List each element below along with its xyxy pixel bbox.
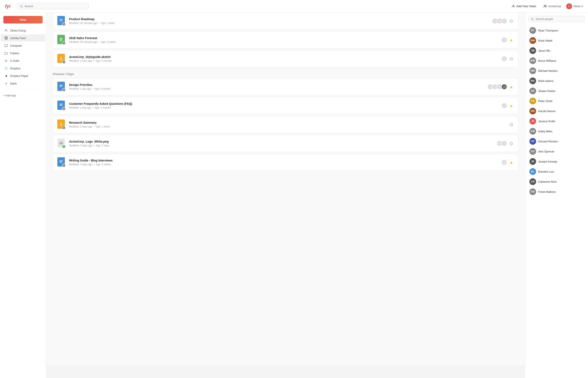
doc-card-faq[interactable]: O Customer Frequently Asked Questions (F… xyxy=(53,97,518,114)
doc-card-styleguide[interactable]: O AcmeCorp_Styleguide.sketch Modified: 1… xyxy=(53,50,518,68)
sidebar-item-activity-feed[interactable]: Activity Feed ··· xyxy=(1,34,45,41)
section-prev7-label: Previous 7 Days xyxy=(53,72,518,76)
person-item-bruce-williams[interactable]: BW Bruce Williams xyxy=(529,56,585,66)
person-item-ryan-thompson[interactable]: RT Ryan Thompson xyxy=(529,26,585,36)
user-icon xyxy=(4,28,8,32)
computer-icon xyxy=(4,44,8,47)
person-item-michael-newton[interactable]: MN Michael Newton xyxy=(529,66,585,76)
activity-feed-icon xyxy=(4,36,8,40)
person-item-jason-wu[interactable]: JW Jason Wu xyxy=(529,46,585,56)
sidebar-item-folders[interactable]: Folders xyxy=(1,50,45,57)
sidebar-item-slack[interactable]: # Slack xyxy=(1,80,45,87)
person-avatar: JS xyxy=(529,118,536,124)
dropdown-icon: ▾ xyxy=(581,5,583,8)
slack-icon: # xyxy=(4,81,8,85)
doc-info-design-priorities: Design Priorities Modified: 1 day ago • … xyxy=(69,83,484,90)
avatar: J xyxy=(501,103,507,108)
doc-card-product-roadmap[interactable]: O Product Roadmap Modified: 24 minutes a… xyxy=(53,12,518,30)
dropbox-service-icon: ⬡ xyxy=(509,56,514,61)
person-item-rose-wade[interactable]: RW Rose Wade xyxy=(529,36,585,46)
sidebar-item-user[interactable]: Olivia Chung xyxy=(1,27,45,34)
person-avatar: GV xyxy=(529,138,536,145)
svg-point-42 xyxy=(60,142,61,143)
doc-icon-design-priorities: O xyxy=(57,82,66,92)
person-item-giovani-romero[interactable]: GV Giovani Romero xyxy=(529,136,585,146)
person-item-alex-spencer[interactable]: AS Alex Spencer xyxy=(529,146,585,156)
person-avatar: RT xyxy=(529,27,536,34)
doc-icon-logo-white: G xyxy=(57,138,66,148)
doc-icon-sales-forecast: O xyxy=(57,35,66,45)
svg-point-6 xyxy=(545,5,547,6)
person-name: Harold Nelson xyxy=(538,110,555,113)
doc-card-sales-forecast[interactable]: O 2018 Sales Forecast Modified: 40 minut… xyxy=(53,31,518,49)
svg-point-2 xyxy=(513,5,514,6)
person-avatar: JW xyxy=(529,47,536,54)
person-item-shawn-parker[interactable]: SP Shawn Parker xyxy=(529,86,585,96)
person-item-joseph-kenedy[interactable]: JK Joseph Kenedy xyxy=(529,156,585,166)
sidebar-gsuite-label: G Suite xyxy=(10,59,19,62)
sidebar-item-computer[interactable]: Computer xyxy=(1,42,45,49)
doc-title: Writing Guide - Blog Interviews xyxy=(69,159,498,162)
doc-right: R ▲ xyxy=(501,37,514,43)
doc-meta: Modified: 4 days ago • Age: 3 weeks xyxy=(69,163,498,166)
doc-meta: Modified: 2 days ago • Age: 2 days xyxy=(69,144,493,147)
person-name: Ryan Thompson xyxy=(538,29,558,32)
person-avatar: FM xyxy=(529,188,536,195)
person-item-brandon-lee[interactable]: BL Brandon Lee xyxy=(529,166,585,177)
user-avatar: O xyxy=(566,3,572,9)
avatar-stack: R xyxy=(501,37,507,43)
global-search-input[interactable] xyxy=(25,5,86,8)
person-item-jessica-smith[interactable]: JS Jessica Smith xyxy=(529,116,585,126)
doc-title: AcmeCorp_Styleguide.sketch xyxy=(69,55,498,59)
add-app-button[interactable]: + Add App xyxy=(0,92,46,99)
add-team-label: Add Your Team xyxy=(516,5,536,8)
doc-info-writing-guide: Writing Guide - Blog Interviews Modified… xyxy=(69,159,498,166)
avatar: J xyxy=(501,140,507,146)
global-search-bar[interactable] xyxy=(17,3,89,9)
person-avatar: JK xyxy=(529,158,536,165)
doc-meta: Modified: 1 day ago • Age: 3 months xyxy=(69,106,498,109)
user-menu[interactable]: O Olivia ▾ xyxy=(566,3,583,9)
svg-point-27 xyxy=(60,59,62,60)
dropbox-service-icon: ⬡ xyxy=(509,122,514,127)
org-name-label: AcmeCorp xyxy=(548,5,561,8)
avatar-stack: M xyxy=(501,56,507,62)
dropbox-service-icon: ⬡ xyxy=(509,18,514,24)
doc-title: Design Priorities xyxy=(69,83,484,86)
sidebar-item-gsuite[interactable]: G G Suite xyxy=(1,57,45,64)
header: fyi Add Your Team AcmeCorp O Olivia ▾ xyxy=(0,0,588,13)
avatar-stack: S J B +3 xyxy=(487,84,507,90)
avatar: C xyxy=(501,18,507,24)
person-avatar: HN xyxy=(529,108,536,114)
person-name: Giovani Romero xyxy=(538,140,558,143)
gdrive-service-icon: ▲ xyxy=(509,160,514,165)
add-team-button[interactable]: Add Your Team xyxy=(510,3,538,9)
person-item-mark-adams[interactable]: MA Mark Adams xyxy=(529,76,585,86)
person-item-kathy-miles[interactable]: KM Kathy Miles xyxy=(529,126,585,136)
sidebar-item-dropbox[interactable]: ⬡ Dropbox xyxy=(1,65,45,72)
doc-meta: Modified: 40 minutes ago • Age: 2 weeks xyxy=(69,40,498,43)
org-name[interactable]: AcmeCorp xyxy=(543,5,561,8)
doc-card-logo-white[interactable]: G AcmeCorp_Logo_White.png Modified: 2 da… xyxy=(53,135,518,152)
doc-card-research-summary[interactable]: O Research Summary Modified: 2 days ago … xyxy=(53,116,518,133)
doc-card-design-priorities[interactable]: O Design Priorities Modified: 1 day ago … xyxy=(53,78,518,95)
person-item-catherine-rust[interactable]: CR Catherine Rust xyxy=(529,177,585,187)
new-button[interactable]: New xyxy=(3,16,43,24)
person-name: Jason Wu xyxy=(538,49,550,52)
person-item-frank-mallone[interactable]: FM Frank Mallone xyxy=(529,187,585,197)
people-search-bar[interactable] xyxy=(529,16,585,22)
svg-point-5 xyxy=(544,5,545,6)
sidebar-item-dropbox-paper[interactable]: ◆ Dropbox Paper xyxy=(1,72,45,79)
person-avatar: AS xyxy=(529,148,536,155)
doc-right: M ⬡ xyxy=(501,56,514,62)
doc-meta: Modified: 1 hour ago • Age: 4 months xyxy=(69,59,498,62)
doc-title: Product Roadmap xyxy=(69,17,489,21)
person-avatar: PS xyxy=(529,98,536,104)
person-name: Jessica Smith xyxy=(538,120,555,123)
person-item-peter-smith[interactable]: PS Peter Smith xyxy=(529,96,585,106)
person-item-harold-nelson[interactable]: HN Harold Nelson xyxy=(529,106,585,116)
header-right: Add Your Team AcmeCorp O Olivia ▾ xyxy=(510,3,583,9)
doc-card-writing-guide[interactable]: O Writing Guide - Blog Interviews Modifi… xyxy=(53,154,518,171)
people-search-input[interactable] xyxy=(535,17,582,21)
avatar-more-count: +3 xyxy=(501,84,507,90)
